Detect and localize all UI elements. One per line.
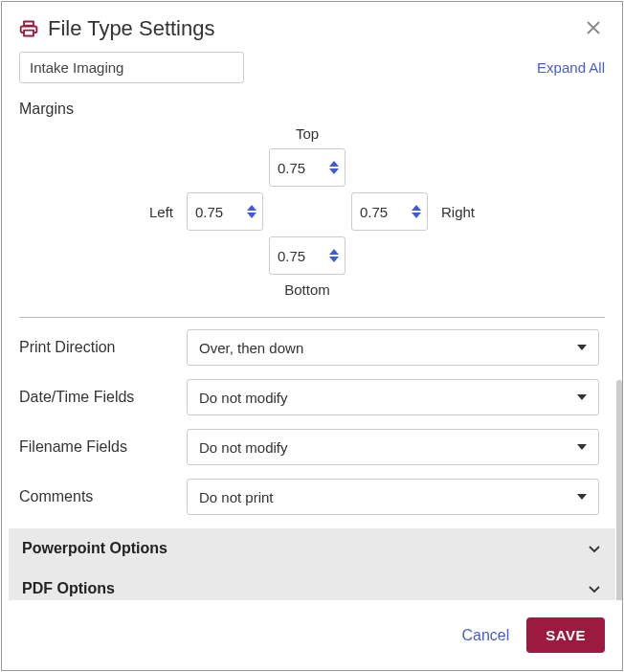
comments-value: Do not print bbox=[199, 489, 274, 505]
margins-label: Margins bbox=[19, 101, 605, 118]
chevron-down-icon bbox=[587, 581, 602, 596]
margin-bottom-input[interactable]: 0.75 bbox=[269, 236, 345, 275]
scrollbar-track[interactable] bbox=[616, 380, 622, 600]
svg-rect-0 bbox=[24, 22, 33, 26]
spinner-up-icon[interactable] bbox=[329, 161, 339, 167]
svg-rect-1 bbox=[24, 31, 33, 36]
print-direction-select[interactable]: Over, then down bbox=[187, 329, 599, 366]
print-direction-row: Print Direction Over, then down bbox=[19, 329, 605, 366]
margin-left-label: Left bbox=[142, 202, 181, 222]
margin-left-value: 0.75 bbox=[188, 193, 241, 230]
margin-right-value: 0.75 bbox=[352, 193, 406, 230]
dialog-body: Margins Top 0.75 Left 0.75 bbox=[2, 93, 622, 600]
margin-bottom-label: Bottom bbox=[269, 280, 345, 300]
scrollbar-thumb[interactable] bbox=[616, 380, 622, 600]
save-button[interactable]: SAVE bbox=[526, 617, 605, 653]
file-type-settings-dialog: File Type Settings Expand All Margins To… bbox=[1, 1, 623, 671]
comments-select[interactable]: Do not print bbox=[187, 479, 599, 515]
print-direction-value: Over, then down bbox=[199, 340, 303, 356]
spinner-down-icon[interactable] bbox=[329, 257, 339, 262]
filename-fields-value: Do not modify bbox=[199, 439, 288, 456]
comments-label: Comments bbox=[19, 488, 187, 505]
spinner-up-icon[interactable] bbox=[247, 205, 256, 211]
caret-down-icon bbox=[577, 345, 587, 350]
expand-all-link[interactable]: Expand All bbox=[537, 59, 605, 76]
caret-down-icon bbox=[577, 494, 587, 500]
dialog-titlebar: File Type Settings bbox=[2, 2, 622, 52]
print-direction-label: Print Direction bbox=[19, 339, 187, 356]
datetime-fields-value: Do not modify bbox=[199, 390, 288, 406]
filename-fields-select[interactable]: Do not modify bbox=[187, 429, 599, 465]
margins-editor: Top 0.75 Left 0.75 0.75 bbox=[19, 123, 605, 300]
margin-top-label: Top bbox=[269, 123, 345, 144]
spinner-up-icon[interactable] bbox=[329, 249, 339, 255]
filename-fields-label: Filename Fields bbox=[19, 438, 187, 456]
margin-right-input[interactable]: 0.75 bbox=[351, 192, 428, 231]
margin-bottom-value: 0.75 bbox=[270, 237, 323, 274]
cancel-button[interactable]: Cancel bbox=[461, 627, 509, 644]
margin-top-value: 0.75 bbox=[270, 149, 323, 186]
file-type-name-input[interactable] bbox=[19, 52, 244, 83]
datetime-fields-label: Date/Time Fields bbox=[19, 389, 187, 406]
dialog-title: File Type Settings bbox=[48, 16, 582, 41]
powerpoint-options-header[interactable]: Powerpoint Options bbox=[9, 528, 615, 569]
top-row: Expand All bbox=[2, 52, 622, 93]
margin-left-input[interactable]: 0.75 bbox=[187, 192, 263, 231]
divider bbox=[19, 317, 605, 318]
margin-top-input[interactable]: 0.75 bbox=[269, 148, 345, 187]
margin-right-label: Right bbox=[434, 202, 482, 222]
caret-down-icon bbox=[577, 394, 587, 400]
pdf-options-label: PDF Options bbox=[22, 580, 115, 597]
dialog-footer: Cancel SAVE bbox=[2, 600, 622, 670]
spinner-up-icon[interactable] bbox=[412, 205, 421, 211]
caret-down-icon bbox=[577, 444, 587, 450]
close-icon bbox=[586, 18, 601, 39]
comments-row: Comments Do not print bbox=[19, 479, 605, 515]
datetime-fields-select[interactable]: Do not modify bbox=[187, 379, 599, 415]
pdf-options-header[interactable]: PDF Options bbox=[9, 569, 615, 600]
spinner-down-icon[interactable] bbox=[329, 168, 339, 174]
spinner-down-icon[interactable] bbox=[412, 213, 421, 218]
spinner-down-icon[interactable] bbox=[247, 213, 256, 218]
options-accordion: Powerpoint Options PDF Options bbox=[9, 528, 615, 600]
print-icon bbox=[19, 19, 38, 38]
powerpoint-options-label: Powerpoint Options bbox=[22, 540, 167, 557]
filename-fields-row: Filename Fields Do not modify bbox=[19, 429, 605, 465]
datetime-fields-row: Date/Time Fields Do not modify bbox=[19, 379, 605, 415]
chevron-down-icon bbox=[587, 541, 602, 556]
close-button[interactable] bbox=[582, 15, 605, 42]
